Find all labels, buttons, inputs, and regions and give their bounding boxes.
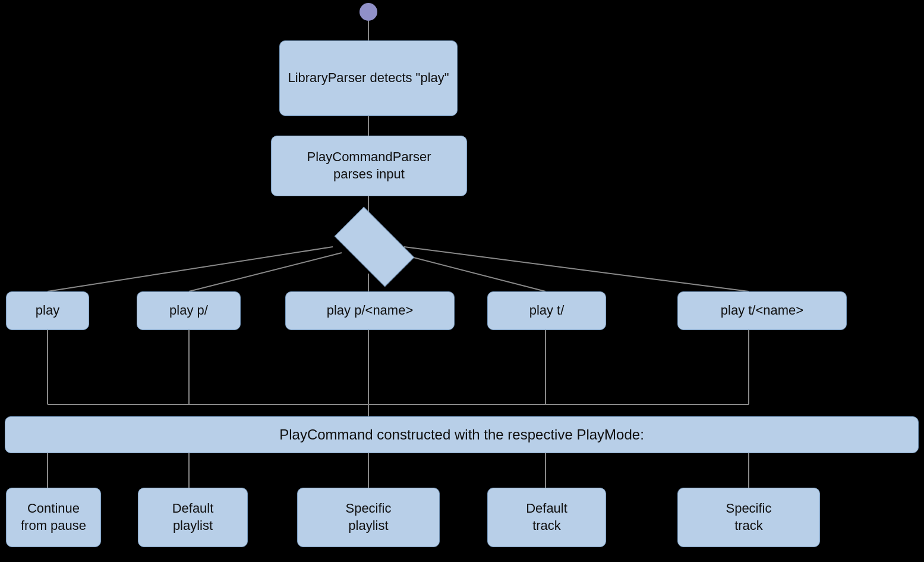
play-command-parser-label: PlayCommandParserparses input bbox=[307, 149, 431, 183]
library-parser-label: LibraryParser detects "play" bbox=[288, 70, 449, 87]
play-command-parser-node: PlayCommandParserparses input bbox=[271, 136, 467, 196]
play-command-banner: PlayCommand constructed with the respect… bbox=[5, 416, 919, 453]
library-parser-node: LibraryParser detects "play" bbox=[279, 40, 458, 116]
specific-playlist-label: Specificplaylist bbox=[345, 500, 391, 534]
specific-track-node: Specifictrack bbox=[677, 488, 820, 547]
svg-line-4 bbox=[189, 253, 342, 291]
default-track-label: Defaulttrack bbox=[526, 500, 567, 534]
svg-line-6 bbox=[395, 253, 545, 291]
play-t-node: play t/ bbox=[487, 291, 606, 330]
play-command-banner-label: PlayCommand constructed with the respect… bbox=[279, 426, 644, 443]
play-t-label: play t/ bbox=[529, 302, 565, 319]
continue-from-pause-node: Continuefrom pause bbox=[6, 488, 101, 547]
default-playlist-node: Defaultplaylist bbox=[138, 488, 248, 547]
play-t-name-node: play t/<name> bbox=[677, 291, 847, 330]
specific-playlist-node: Specificplaylist bbox=[297, 488, 440, 547]
play-label: play bbox=[36, 302, 59, 319]
default-track-node: Defaulttrack bbox=[487, 488, 606, 547]
decision-diamond-container bbox=[334, 220, 403, 274]
play-node: play bbox=[6, 291, 89, 330]
play-p-name-node: play p/<name> bbox=[285, 291, 455, 330]
svg-line-3 bbox=[48, 247, 333, 291]
specific-track-label: Specifictrack bbox=[726, 500, 771, 534]
play-p-label: play p/ bbox=[169, 302, 208, 319]
svg-line-7 bbox=[404, 247, 749, 291]
play-t-name-label: play t/<name> bbox=[721, 302, 803, 319]
connectors bbox=[0, 0, 924, 562]
play-p-node: play p/ bbox=[137, 291, 241, 330]
play-p-name-label: play p/<name> bbox=[327, 302, 414, 319]
start-circle bbox=[359, 3, 377, 21]
default-playlist-label: Defaultplaylist bbox=[172, 500, 214, 534]
decision-diamond bbox=[335, 207, 414, 287]
diagram: LibraryParser detects "play" PlayCommand… bbox=[0, 0, 924, 562]
continue-from-pause-label: Continuefrom pause bbox=[21, 500, 86, 534]
